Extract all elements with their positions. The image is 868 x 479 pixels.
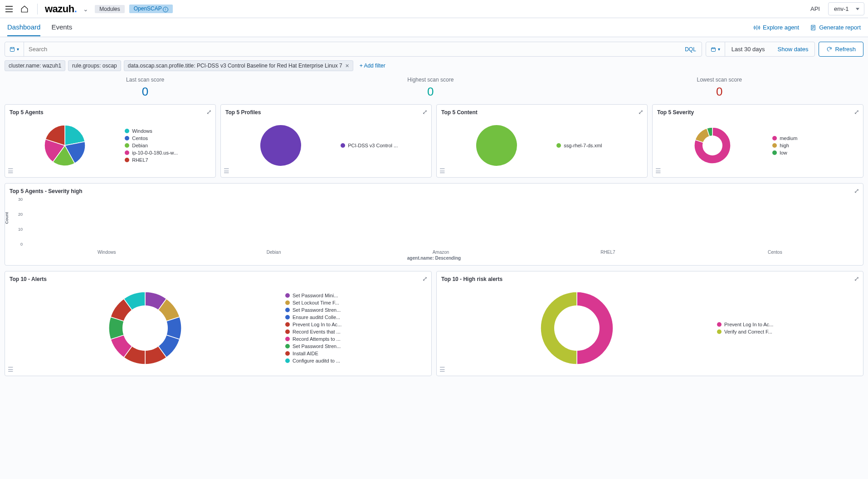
filter-cluster[interactable]: cluster.name: wazuh1 [5,60,65,71]
bar-slot[interactable]: Amazon [366,248,515,255]
tabs: Dashboard Events [7,19,754,36]
chevron-down-icon: ▾ [17,47,19,52]
legend-item[interactable]: Install AIDE [285,351,427,356]
search-group: ▾ DQL [5,42,702,57]
expand-icon[interactable]: ⤢ [854,187,859,194]
tab-dashboard[interactable]: Dashboard [7,19,40,36]
env-selector[interactable]: env-1 [828,2,864,15]
chevron-down-icon[interactable]: ⌄ [83,5,88,13]
bar-slot[interactable]: Centos [701,248,849,255]
bar-chart[interactable]: WindowsDebianAmazonRHEL7Centos [23,197,858,255]
expand-icon[interactable]: ⤢ [422,108,428,116]
score-last: Last scan score 0 [126,77,164,99]
pie-chart[interactable] [10,125,120,166]
bottom-panels-row: Top 10 - Alerts ⤢ Set Password Mini...Se… [5,271,863,376]
panel-title: Top 5 Severity [657,109,858,116]
legend-item[interactable]: Ensure auditd Colle... [285,314,427,320]
list-icon[interactable]: ☰ [8,167,14,174]
legend-item[interactable]: Set Lockout Time F... [285,300,427,305]
legend-item[interactable]: RHEL7 [125,157,211,163]
score-label: Highest scan score [407,77,454,83]
list-icon[interactable]: ☰ [439,167,445,174]
expand-icon[interactable]: ⤢ [854,275,859,282]
panel-title: Top 5 Agents [10,109,211,116]
list-icon[interactable]: ☰ [655,167,661,174]
legend-item[interactable]: Set Password Stren... [285,344,427,349]
tab-events[interactable]: Events [51,19,72,36]
donut-chart[interactable] [441,292,712,364]
panel-top10-alerts: Top 10 - Alerts ⤢ Set Password Mini...Se… [5,271,432,376]
score-lowest: Lowest scan score 0 [697,77,742,99]
expand-icon[interactable]: ⤢ [854,108,859,116]
expand-icon[interactable]: ⤢ [206,108,212,116]
api-link[interactable]: API [810,5,820,12]
legend-item[interactable]: ssg-rhel-7-ds.xml [556,143,643,148]
saved-query-menu[interactable]: ▾ [5,42,24,56]
x-axis-title: agent.name: Descending [10,256,858,261]
expand-icon[interactable]: ⤢ [422,275,428,282]
svg-point-7 [554,305,600,351]
legend: Prevent Log In to Ac...Verify and Correc… [717,322,858,334]
panel-top10-high-risk: Top 10 - High risk alerts ⤢ Prevent Log … [436,271,863,376]
legend-item[interactable]: Windows [125,128,211,134]
legend-item[interactable]: PCI-DSS v3 Control ... [341,143,427,148]
subheader: Dashboard Events Explore agent Generate … [0,18,868,37]
pie-chart[interactable] [441,125,552,166]
dql-button[interactable]: DQL [679,46,702,53]
refresh-button[interactable]: Refresh [819,42,863,57]
list-icon[interactable]: ☰ [224,167,229,174]
legend-item[interactable]: Record Events that ... [285,329,427,334]
bar-slot[interactable]: Windows [32,248,181,255]
legend-item[interactable]: Configure auditd to ... [285,358,427,363]
legend-item[interactable]: Prevent Log In to Ac... [717,322,858,327]
legend-item[interactable]: medium [772,135,858,141]
date-quick-menu[interactable]: ▾ [706,42,725,56]
calendar-icon [711,47,716,52]
panel-top5-severity: Top 5 Severity ⤢ mediumhighlow ☰ [652,104,863,178]
legend: WindowsCentosDebianip-10-0-0-180.us-w...… [125,128,211,163]
score-value: 0 [126,85,164,99]
bar-slot[interactable]: RHEL7 [533,248,682,255]
legend-item[interactable]: Centos [125,135,211,141]
legend-item[interactable]: ip-10-0-0-180.us-w... [125,150,211,155]
legend-item[interactable]: Verify and Correct F... [717,329,858,334]
legend-item[interactable]: Set Password Mini... [285,293,427,298]
legend-item[interactable]: Record Attempts to ... [285,336,427,342]
svg-point-3 [260,125,301,166]
explore-agent-button[interactable]: Explore agent [754,24,799,31]
list-icon[interactable]: ☰ [8,366,14,373]
info-icon: i [163,7,168,12]
legend-item[interactable]: Debian [125,143,211,148]
close-icon[interactable]: ✕ [345,63,349,69]
date-value[interactable]: Last 30 days [725,42,771,56]
bar-slot[interactable]: Debian [199,248,348,255]
filter-rule-groups[interactable]: rule.groups: oscap [68,60,121,71]
disk-icon [10,47,15,52]
breadcrumb-current[interactable]: OpenSCAPi [129,5,173,13]
legend-item[interactable]: high [772,143,858,148]
legend-item[interactable]: Prevent Log In to Ac... [285,322,427,327]
divider [37,4,38,15]
donut-chart[interactable] [657,127,768,164]
add-filter-button[interactable]: + Add filter [356,61,389,71]
panel-top5-profiles: Top 5 Profiles ⤢ PCI-DSS v3 Control ... … [220,104,432,178]
pie-chart[interactable] [225,125,336,166]
search-input[interactable] [24,42,679,56]
donut-chart[interactable] [10,292,281,364]
document-icon [810,24,816,31]
generate-report-button[interactable]: Generate report [810,24,861,31]
legend-item[interactable]: low [772,150,858,155]
score-label: Lowest scan score [697,77,742,83]
breadcrumb-modules[interactable]: Modules [95,5,124,13]
expand-icon[interactable]: ⤢ [638,108,644,116]
panel-top5-content: Top 5 Content ⤢ ssg-rhel-7-ds.xml ☰ [436,104,648,178]
svg-rect-2 [711,48,715,51]
legend-item[interactable]: Set Password Stren... [285,307,427,313]
list-icon[interactable]: ☰ [439,366,445,373]
home-icon[interactable] [19,4,30,15]
hamburger-icon[interactable] [4,4,15,15]
show-dates-button[interactable]: Show dates [771,42,815,56]
filter-profile-title[interactable]: data.oscap.scan.profile.title: PCI-DSS v… [124,60,353,71]
svg-point-4 [476,125,517,166]
brand-logo[interactable]: wazuh. [45,3,77,15]
